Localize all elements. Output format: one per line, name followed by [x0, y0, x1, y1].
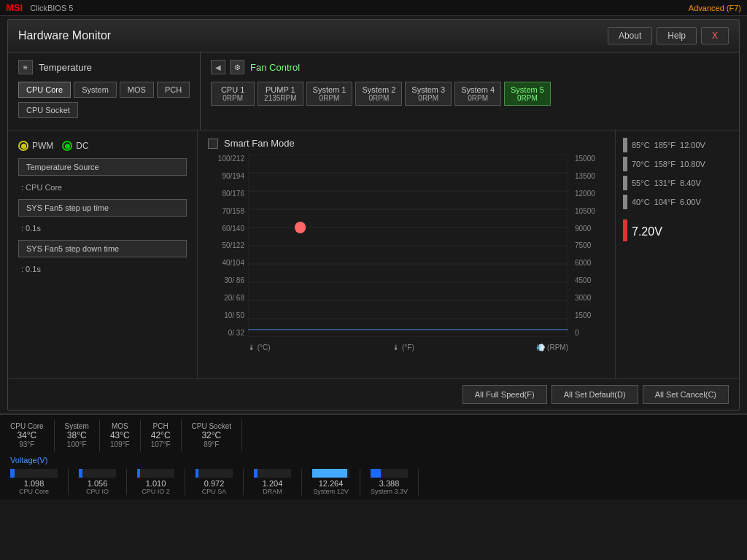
window-titlebar: Hardware Monitor About Help X — [8, 20, 739, 52]
temperature-buttons-row2: CPU Socket — [18, 102, 190, 118]
volt-sys-33v: 3.388 System 3.3V — [360, 469, 419, 495]
fan-tab-pump1[interactable]: PUMP 1 2135RPM — [258, 82, 303, 106]
temperature-panel: ≡ Temperature CPU Core System MOS PCH CP… — [8, 52, 201, 130]
temp-mos: MOS 43°C 109°F — [100, 419, 141, 451]
chart-svg[interactable] — [248, 155, 568, 337]
volt-bar-cpu-core — [10, 469, 58, 478]
temp-btn-pch[interactable]: PCH — [157, 82, 190, 98]
temperature-panel-title: Temperature — [39, 62, 92, 73]
close-button[interactable]: X — [701, 27, 729, 44]
volt-cpu-io2: 1.010 CPU IO 2 — [127, 469, 185, 495]
temp-f-icon: 🌡 (°F) — [392, 343, 414, 351]
fan-icon: ⚙ — [230, 60, 244, 74]
chart-container: 100/212 90/194 80/176 70/158 60/140 50/1… — [208, 155, 605, 351]
temp-cpu-core: CPU Core 34°C 93°F — [10, 419, 55, 451]
fan-tab-sys3[interactable]: System 3 0RPM — [405, 82, 452, 106]
temp-btn-cpu-socket[interactable]: CPU Socket — [18, 102, 78, 118]
fan-tab-cpu1[interactable]: CPU 1 0RPM — [211, 82, 255, 106]
fan-panel-header: ◀ ⚙ Fan Control — [211, 60, 729, 74]
right-legend: 85°C 185°F 12.00V 70°C 158°F 10.80V 55°C… — [615, 131, 739, 378]
step-up-value: : 0.1s — [18, 224, 187, 233]
temp-c-icon: 🌡 (°C) — [248, 343, 271, 351]
fan-tab-sys1[interactable]: System 1 0RPM — [306, 82, 353, 106]
volt-bar-cpu-io2 — [137, 469, 174, 478]
window-title: Hardware Monitor — [18, 29, 603, 42]
temp-system: System 38°C 100°F — [55, 419, 100, 451]
dc-radio[interactable]: DC — [62, 141, 88, 151]
help-button[interactable]: Help — [657, 27, 697, 44]
fan-tab-sys4[interactable]: System 4 0RPM — [454, 82, 501, 106]
pwm-dc-row: PWM DC — [18, 141, 187, 151]
voltage-readings: 1.098 CPU Core 1.056 CPU IO 1.010 CPU IO… — [10, 469, 737, 495]
smart-fan-header: Smart Fan Mode — [208, 138, 605, 149]
legend-row-1: 85°C 185°F 12.00V — [623, 138, 732, 152]
set-default-button[interactable]: All Set Default(D) — [551, 385, 638, 404]
dc-radio-circle — [62, 141, 72, 151]
volt-dram: 1.204 DRAM — [244, 469, 302, 495]
smart-fan-label: Smart Fan Mode — [224, 138, 295, 149]
top-bar: MSI ClickBIOS 5 Advanced (F7) — [0, 0, 747, 16]
step-up-button[interactable]: SYS Fan5 step up time — [18, 199, 187, 217]
hardware-monitor-window: Hardware Monitor About Help X ≡ Temperat… — [7, 19, 740, 411]
chart-area: Smart Fan Mode 100/212 90/194 80/176 70/… — [198, 131, 615, 378]
step-down-value: : 0.1s — [18, 265, 187, 273]
volt-bar-sys-33v — [371, 469, 408, 478]
temp-readings: CPU Core 34°C 93°F System 38°C 100°F MOS… — [10, 419, 737, 451]
temp-btn-mos[interactable]: MOS — [120, 82, 154, 98]
legend-bar-4 — [623, 195, 627, 209]
temp-btn-cpu-core[interactable]: CPU Core — [18, 82, 71, 98]
temp-source-value: : CPU Core — [18, 183, 187, 192]
chart-icons-row: 🌡 (°C) 🌡 (°F) 💨 (RPM) — [248, 343, 568, 351]
fan-tab-sys2[interactable]: System 2 0RPM — [355, 82, 402, 106]
temp-cpu-socket: CPU Socket 32°C 89°F — [182, 419, 242, 451]
volt-bar-dram — [254, 469, 291, 478]
about-button[interactable]: About — [608, 27, 652, 44]
chart-y-right: 15000 13500 12000 10500 9000 7500 6000 4… — [572, 155, 605, 337]
fan-nav-left[interactable]: ◀ — [211, 60, 225, 74]
volt-bar-cpu-sa — [196, 469, 233, 478]
chart-y-left: 100/212 90/194 80/176 70/158 60/140 50/1… — [208, 155, 244, 337]
temp-pch: PCH 42°C 107°F — [141, 419, 182, 451]
fan-panel-title: Fan Control — [250, 62, 300, 73]
temperature-panel-header: ≡ Temperature — [18, 60, 190, 74]
brand-logo: MSI — [6, 2, 23, 13]
volt-bar-cpu-io — [79, 469, 116, 478]
temp-source-button[interactable]: Temperature Source — [18, 158, 187, 176]
step-down-button[interactable]: SYS Fan5 step down time — [18, 240, 187, 257]
legend-bar-3 — [623, 176, 627, 190]
legend-row-3: 55°C 131°F 8.40V — [623, 176, 732, 190]
smart-fan-checkbox[interactable] — [208, 139, 218, 149]
full-speed-button[interactable]: All Full Speed(F) — [462, 385, 547, 404]
volt-cpu-sa: 0.972 CPU SA — [185, 469, 244, 495]
fan-control-panel: ◀ ⚙ Fan Control CPU 1 0RPM PUMP 1 2135RP… — [201, 52, 739, 130]
panels-row: ≡ Temperature CPU Core System MOS PCH CP… — [8, 52, 739, 131]
legend-bar-2 — [623, 157, 627, 171]
volt-bar-sys-12v — [312, 469, 349, 478]
advanced-mode-label[interactable]: Advanced (F7) — [689, 4, 741, 12]
pwm-radio[interactable]: PWM — [18, 141, 53, 151]
fan-rpm-icon: 💨 (RPM) — [536, 343, 568, 351]
temp-btn-system[interactable]: System — [74, 82, 117, 98]
current-voltage: 7.20V — [632, 225, 662, 238]
volt-sys-12v: 12.264 System 12V — [302, 469, 360, 495]
status-bar: CPU Core 34°C 93°F System 38°C 100°F MOS… — [0, 413, 747, 499]
fan-tab-sys5[interactable]: System 5 0RPM — [504, 82, 551, 106]
current-voltage-bar — [623, 219, 627, 241]
legend-bar-1 — [623, 138, 627, 152]
chart-control-point[interactable] — [295, 222, 306, 233]
legend-row-2: 70°C 158°F 10.80V — [623, 157, 732, 171]
pwm-radio-circle — [18, 141, 28, 151]
dc-label: DC — [76, 141, 88, 151]
left-controls: PWM DC Temperature Source : CPU Core SYS… — [8, 131, 198, 378]
legend-row-4: 40°C 104°F 6.00V — [623, 195, 732, 209]
voltage-section-label: Voltage(V) — [10, 456, 737, 464]
action-bar: All Full Speed(F) All Set Default(D) All… — [8, 378, 739, 410]
volt-cpu-io: 1.056 CPU IO — [69, 469, 127, 495]
temperature-icon: ≡ — [18, 60, 33, 74]
pwm-label: PWM — [32, 141, 53, 151]
temperature-buttons: CPU Core System MOS PCH — [18, 82, 190, 98]
volt-cpu-core: 1.098 CPU Core — [10, 469, 69, 495]
set-cancel-button[interactable]: All Set Cancel(C) — [643, 385, 729, 404]
fan-tabs: CPU 1 0RPM PUMP 1 2135RPM System 1 0RPM … — [211, 82, 729, 106]
app-title: ClickBIOS 5 — [30, 4, 73, 12]
